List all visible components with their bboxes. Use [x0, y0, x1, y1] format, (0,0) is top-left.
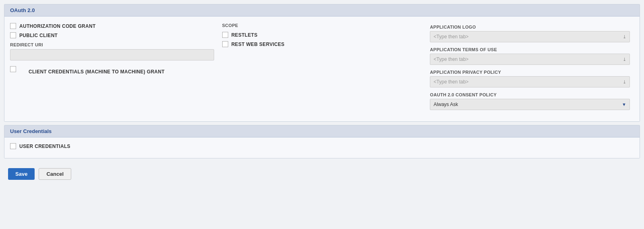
user-credentials-checkbox-row: USER CREDENTIALS — [10, 143, 634, 149]
client-cred-row: CLIENT CREDENTIALS (MACHINE TO MACHINE) … — [10, 65, 214, 75]
public-client-checkbox[interactable] — [10, 32, 16, 38]
user-credentials-section-header: User Credentials — [4, 125, 640, 137]
restlets-label: RESTLETS — [231, 32, 258, 38]
oauth-section-body: AUTHORIZATION CODE GRANT PUBLIC CLIENT R… — [4, 17, 640, 121]
app-logo-label: APPLICATION LOGO — [430, 25, 630, 29]
oauth-col-3: APPLICATION LOGO <Type then tab> ⤓ APPLI… — [426, 23, 634, 115]
consent-policy-label: OAUTH 2.0 CONSENT POLICY — [430, 92, 630, 97]
restlets-row: RESTLETS — [222, 32, 422, 38]
oauth-section-header: OAuth 2.0 — [4, 4, 640, 17]
authorization-code-grant-label: AUTHORIZATION CODE GRANT — [19, 23, 96, 29]
rest-web-services-label: REST WEB SERVICES — [231, 42, 285, 47]
page-wrapper: OAuth 2.0 AUTHORIZATION CODE GRANT PUBLI… — [0, 0, 644, 229]
client-credentials-checkbox[interactable] — [10, 66, 16, 72]
app-logo-dropdown[interactable]: <Type then tab> ⤓ — [430, 31, 630, 42]
oauth-col-1: AUTHORIZATION CODE GRANT PUBLIC CLIENT R… — [10, 23, 218, 115]
app-terms-dropdown[interactable]: <Type then tab> ⤓ — [430, 54, 630, 65]
user-credentials-label: USER CREDENTIALS — [19, 144, 70, 149]
redirect-uri-label: REDIRECT URI — [10, 42, 214, 47]
app-terms-chevron-icon: ⤓ — [623, 57, 626, 62]
consent-policy-dropdown[interactable]: Always Ask ▼ — [430, 99, 630, 110]
redirect-uri-section: REDIRECT URI — [10, 42, 214, 60]
app-privacy-placeholder: <Type then tab> — [433, 79, 469, 85]
cancel-button[interactable]: Cancel — [39, 168, 71, 180]
consent-policy-value: Always Ask — [433, 102, 458, 107]
user-credentials-section: User Credentials USER CREDENTIALS — [4, 125, 640, 158]
rest-web-services-checkbox[interactable] — [222, 41, 228, 47]
public-client-label: PUBLIC CLIENT — [19, 33, 58, 38]
app-privacy-chevron-icon: ⤓ — [623, 79, 626, 85]
app-logo-placeholder: <Type then tab> — [433, 34, 469, 40]
oauth-grid: AUTHORIZATION CODE GRANT PUBLIC CLIENT R… — [10, 23, 634, 115]
consent-policy-chevron-icon: ▼ — [622, 102, 626, 107]
rest-web-services-row: REST WEB SERVICES — [222, 41, 422, 47]
user-credentials-section-title: User Credentials — [10, 128, 52, 134]
app-logo-chevron-icon: ⤓ — [623, 34, 626, 40]
oauth-section: OAuth 2.0 AUTHORIZATION CODE GRANT PUBLI… — [4, 4, 640, 122]
public-client-row: PUBLIC CLIENT — [10, 32, 214, 38]
user-credentials-body: USER CREDENTIALS — [4, 137, 640, 158]
user-credentials-checkbox[interactable] — [10, 143, 16, 149]
auth-code-grant-row: AUTHORIZATION CODE GRANT — [10, 23, 214, 29]
oauth-section-title: OAuth 2.0 — [10, 7, 35, 13]
app-privacy-label: APPLICATION PRIVACY POLICY — [430, 70, 630, 75]
scope-label: SCOPE — [222, 23, 422, 28]
save-button[interactable]: Save — [8, 168, 35, 180]
redirect-uri-input[interactable] — [10, 49, 214, 60]
app-terms-placeholder: <Type then tab> — [433, 56, 469, 62]
authorization-code-grant-checkbox[interactable] — [10, 23, 16, 29]
button-row: Save Cancel — [4, 162, 640, 186]
app-terms-label: APPLICATION TERMS OF USE — [430, 47, 630, 52]
app-privacy-dropdown[interactable]: <Type then tab> ⤓ — [430, 76, 630, 87]
client-credentials-label: CLIENT CREDENTIALS (MACHINE TO MACHINE) … — [29, 69, 165, 75]
oauth-col-2: SCOPE RESTLETS REST WEB SERVICES — [218, 23, 426, 115]
restlets-checkbox[interactable] — [222, 32, 228, 38]
